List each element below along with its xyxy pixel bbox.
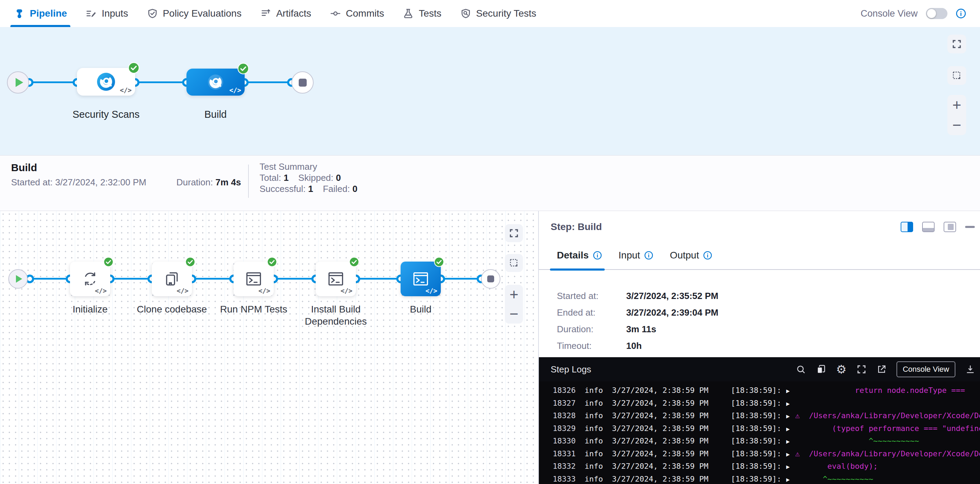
copy-icon[interactable] <box>816 364 826 375</box>
step-details-panel: Step: Build Details Input Output <box>538 211 980 484</box>
log-level: info <box>585 409 612 422</box>
security-scan-stage-icon <box>96 72 116 92</box>
layout-float-icon[interactable] <box>943 222 956 232</box>
step-label[interactable]: Initialize <box>50 303 130 315</box>
zoom-out-button[interactable]: − <box>509 306 519 322</box>
stage-summary: Build Started at: 3/27/2024, 2:32:00 PM … <box>0 155 980 211</box>
tab-security-tests[interactable]: Security Tests <box>460 0 536 27</box>
stage-graph-canvas[interactable]: </> Security Scans </> Build + − <box>0 27 980 155</box>
expand-caret-icon[interactable]: ▶ <box>786 435 795 448</box>
edge <box>110 278 152 279</box>
field-ended-at: Ended at: 3/27/2024, 2:39:04 PM <box>557 307 980 318</box>
stage-node-build[interactable]: </> <box>186 68 245 96</box>
tab-output[interactable]: Output <box>670 250 712 269</box>
tab-label: Policy Evaluations <box>163 8 242 19</box>
zoom-in-button[interactable]: + <box>952 97 961 113</box>
expand-caret-icon[interactable]: ▶ <box>786 460 795 473</box>
open-external-icon[interactable] <box>877 364 887 375</box>
tab-details[interactable]: Details <box>557 250 602 269</box>
download-icon[interactable] <box>965 364 975 375</box>
stop-icon <box>299 79 307 87</box>
step-label[interactable]: Install Build Dependencies <box>296 303 375 327</box>
bottom-split: </> Initialize </> Clone codebase </> Ru… <box>0 211 980 484</box>
step-label[interactable]: Clone codebase <box>132 303 212 315</box>
terminal-icon <box>245 270 262 288</box>
settings-gear-icon[interactable]: ⚙ <box>836 364 846 375</box>
log-message: /Users/anka/Library/Developer/Xcode/De <box>809 449 980 458</box>
step-node-clone-codebase[interactable]: </> <box>152 262 192 296</box>
zoom-out-button[interactable]: − <box>952 117 961 133</box>
zoom-controls[interactable]: + − <box>947 95 966 135</box>
stage-label[interactable]: Security Scans <box>57 109 154 120</box>
tab-inputs[interactable]: Inputs <box>86 0 128 27</box>
step-graph-canvas[interactable]: </> Initialize </> Clone codebase </> Ru… <box>0 211 538 484</box>
pipeline-end-node[interactable] <box>291 71 313 94</box>
tab-label: Pipeline <box>30 8 67 19</box>
zoom-controls[interactable]: + − <box>505 285 523 324</box>
zoom-in-button[interactable]: + <box>509 287 519 302</box>
stage-node-security-scans[interactable]: </> <box>77 68 135 96</box>
console-view-toggle[interactable] <box>926 8 947 19</box>
layout-right-icon[interactable] <box>900 222 913 232</box>
layout-controls <box>900 222 975 232</box>
tab-label: Details <box>557 250 589 261</box>
step-label[interactable]: Run NPM Tests <box>214 303 294 315</box>
stage-label[interactable]: Build <box>167 109 264 120</box>
tab-label: Tests <box>418 8 441 19</box>
layout-bottom-icon[interactable] <box>922 222 935 232</box>
log-time: [18:38:59]: <box>731 386 781 395</box>
tab-label: Inputs <box>102 8 128 19</box>
expand-caret-icon[interactable]: ▶ <box>786 473 795 484</box>
step-node-build[interactable]: </> <box>401 262 441 296</box>
tab-artifacts[interactable]: Artifacts <box>260 0 311 27</box>
step-node-run-npm-tests[interactable]: </> <box>234 262 274 296</box>
info-icon[interactable] <box>956 8 966 19</box>
log-time: [18:38:59]: <box>731 436 781 445</box>
expand-caret-icon[interactable]: ▶ <box>786 423 795 435</box>
edge <box>274 278 316 279</box>
expand-caret-icon[interactable]: ▶ <box>786 384 795 397</box>
step-end-node[interactable] <box>481 269 500 289</box>
step-node-initialize[interactable]: </> <box>70 262 110 296</box>
log-line-number: 18326 <box>553 384 585 397</box>
step-logs-body[interactable]: 18326info3/27/2024, 2:38:59 PM[18:38:59]… <box>539 381 980 484</box>
field-label: Timeout: <box>557 341 626 351</box>
code-icon: </> <box>177 287 189 295</box>
pipeline-start-node[interactable] <box>7 71 29 94</box>
tab-policy-evaluations[interactable]: Policy Evaluations <box>147 0 242 27</box>
console-view-button[interactable]: Console View <box>896 361 955 377</box>
tab-pipeline[interactable]: Pipeline <box>14 0 67 27</box>
search-icon[interactable] <box>795 364 806 375</box>
step-label[interactable]: Build <box>381 303 461 315</box>
step-start-node[interactable] <box>8 269 28 289</box>
log-line-number: 18332 <box>553 460 585 473</box>
marquee-select-button[interactable] <box>947 66 966 85</box>
expand-caret-icon[interactable]: ▶ <box>786 410 795 423</box>
log-line: 18329info3/27/2024, 2:38:59 PM[18:38:59]… <box>553 422 980 435</box>
log-level: info <box>585 384 612 397</box>
success-badge-icon <box>237 63 249 75</box>
minimize-panel-icon[interactable] <box>965 226 975 228</box>
test-summary-title: Test Summary <box>259 161 367 172</box>
marquee-select-button[interactable] <box>505 254 523 272</box>
log-line: 18327info3/27/2024, 2:38:59 PM[18:38:59]… <box>553 397 980 410</box>
marquee-select-icon <box>509 258 519 268</box>
tab-input[interactable]: Input <box>619 250 653 269</box>
expand-caret-icon[interactable]: ▶ <box>786 397 795 410</box>
edge <box>441 278 481 279</box>
log-time: [18:38:59]: <box>731 424 781 433</box>
step-logs-header: Step Logs ⚙ Console View <box>539 357 980 381</box>
console-view-label: Console View <box>861 8 918 19</box>
tab-tests[interactable]: Tests <box>402 0 441 27</box>
fullscreen-button[interactable] <box>947 35 966 53</box>
artifacts-icon <box>260 8 271 19</box>
step-node-install-build-dependencies[interactable]: </> <box>316 262 356 296</box>
fullscreen-button[interactable] <box>505 224 523 242</box>
log-line-number: 18330 <box>553 435 585 448</box>
terminal-icon <box>327 270 345 288</box>
field-value: 10h <box>626 341 642 351</box>
tab-commits[interactable]: Commits <box>330 0 384 27</box>
expand-caret-icon[interactable]: ▶ <box>786 448 795 461</box>
log-date: 3/27/2024, 2:38:59 PM <box>612 384 731 397</box>
fullscreen-icon[interactable] <box>856 364 867 375</box>
